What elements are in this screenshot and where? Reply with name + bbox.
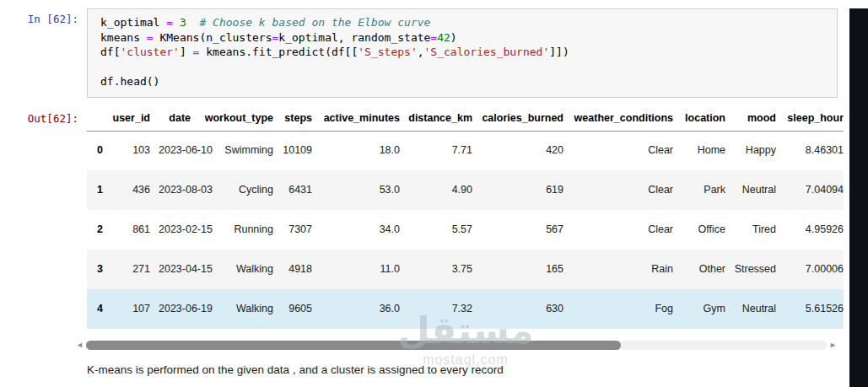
code-token bbox=[186, 16, 200, 29]
cell: 11.0 bbox=[316, 250, 404, 289]
code-token: ] bbox=[180, 46, 193, 58]
code-token bbox=[173, 16, 180, 29]
cell: 6431 bbox=[278, 170, 316, 210]
table-row: 32712023-04-15Walking491811.03.75165Rain… bbox=[87, 250, 844, 289]
column-header-active_minutes: active_minutes bbox=[316, 108, 404, 132]
window-edge-dark-strip bbox=[849, 8, 868, 387]
cell: Neutral bbox=[730, 170, 780, 210]
table-row: 41072023-06-19Walking960536.07.32630FogG… bbox=[87, 289, 844, 329]
cell: 7307 bbox=[278, 210, 316, 250]
column-header-sleep_hour: sleep_hour bbox=[780, 108, 844, 132]
code-token: 42 bbox=[437, 31, 450, 44]
cell: 2023-06-10 bbox=[154, 131, 195, 170]
column-header-weather_conditions: weather_conditions bbox=[568, 108, 677, 132]
column-header-index bbox=[87, 108, 107, 132]
code-token: kmeans bbox=[100, 31, 147, 44]
code-line: df.head() bbox=[100, 74, 830, 89]
column-header-mood: mood bbox=[730, 108, 780, 132]
cell: 7.32 bbox=[404, 289, 477, 329]
code-block[interactable]: k_optimal = 3 # Choose k based on the El… bbox=[100, 15, 830, 89]
cell: 8.46301 bbox=[780, 131, 844, 170]
cell: Gym bbox=[677, 289, 730, 329]
table-row: 14362023-08-03Cycling643153.04.90619Clea… bbox=[87, 170, 844, 210]
cell: 3.75 bbox=[404, 250, 477, 289]
scroll-left-arrow-icon[interactable]: ◄ bbox=[76, 340, 84, 351]
code-token: = bbox=[147, 31, 154, 44]
cell: 103 bbox=[107, 131, 154, 170]
column-header-workout_type: workout_type bbox=[195, 108, 278, 132]
cell: Stressed bbox=[730, 250, 780, 289]
code-token: 'cluster' bbox=[120, 46, 179, 58]
horizontal-scrollbar[interactable]: ◄ ► bbox=[76, 340, 868, 351]
cell: 10109 bbox=[278, 131, 316, 170]
cell: 2023-06-19 bbox=[154, 289, 195, 329]
cell: 5.57 bbox=[404, 210, 477, 250]
code-token: kmeans.fit_predict(df[[ bbox=[199, 46, 358, 58]
code-token: , bbox=[418, 46, 424, 58]
cell: 2023-08-03 bbox=[154, 170, 195, 210]
code-line bbox=[100, 60, 830, 75]
cell: Tired bbox=[730, 210, 780, 250]
column-header-distance_km: distance_km bbox=[404, 108, 477, 132]
row-index: 3 bbox=[87, 250, 107, 289]
code-token: k_optimal bbox=[100, 16, 166, 29]
cell: 107 bbox=[107, 289, 154, 329]
cell: Rain bbox=[568, 250, 677, 289]
code-token: = bbox=[430, 31, 437, 44]
code-token: k_optimal, random_state bbox=[278, 31, 430, 44]
code-token: 'S_steps' bbox=[358, 46, 417, 58]
cell: 271 bbox=[107, 250, 154, 289]
cell: 2023-02-15 bbox=[154, 210, 195, 250]
cell: 630 bbox=[477, 289, 568, 329]
header-row: user_iddateworkout_typestepsactive_minut… bbox=[87, 108, 844, 132]
scrollbar-track[interactable] bbox=[86, 341, 827, 350]
code-token: KMeans(n_clusters bbox=[154, 31, 272, 44]
column-header-steps: steps bbox=[278, 108, 316, 132]
code-editor[interactable]: k_optimal = 3 # Choose k based on the El… bbox=[87, 8, 838, 98]
cell: Park bbox=[677, 170, 730, 210]
cell: Office bbox=[677, 210, 730, 250]
cell: 420 bbox=[477, 131, 568, 170]
code-line: df['cluster'] = kmeans.fit_predict(df[['… bbox=[100, 45, 830, 60]
scroll-right-arrow-icon[interactable]: ► bbox=[829, 340, 837, 351]
code-token: 'S_calories_burned' bbox=[424, 46, 550, 58]
cell: Clear bbox=[568, 210, 677, 250]
table-row: 28612023-02-15Running730734.05.57567Clea… bbox=[87, 210, 844, 250]
cell: 4.90 bbox=[404, 170, 477, 210]
code-token: df.head() bbox=[100, 75, 159, 88]
row-index: 4 bbox=[87, 289, 107, 329]
cell: 5.61526 bbox=[780, 289, 844, 329]
code-token: # Choose k based on the Elbow curve bbox=[199, 16, 430, 29]
code-token: df[ bbox=[100, 46, 120, 58]
cell: 567 bbox=[477, 210, 568, 250]
cell: Other bbox=[677, 250, 730, 289]
cell: 7.04094 bbox=[780, 170, 844, 210]
dataframe-table: user_iddateworkout_typestepsactive_minut… bbox=[87, 108, 844, 330]
cell: 436 bbox=[107, 170, 154, 210]
cell: Home bbox=[677, 131, 730, 170]
cell: 2023-04-15 bbox=[154, 250, 195, 289]
cell: 4918 bbox=[278, 250, 316, 289]
cell: 7.00006 bbox=[780, 250, 844, 289]
column-header-location: location bbox=[677, 108, 730, 132]
column-header-calories_burned: calories_burned bbox=[477, 108, 568, 132]
code-token: ]]) bbox=[549, 46, 569, 58]
cell: Clear bbox=[568, 131, 677, 170]
code-token: = bbox=[166, 16, 173, 29]
table-row: 01032023-06-10Swimming1010918.07.71420Cl… bbox=[87, 131, 844, 170]
cell: 18.0 bbox=[316, 131, 404, 170]
cell: 7.71 bbox=[404, 131, 477, 170]
cell: 4.95926 bbox=[780, 210, 844, 250]
output-area: user_iddateworkout_typestepsactive_minut… bbox=[87, 108, 868, 377]
cell: 53.0 bbox=[316, 170, 404, 210]
row-index: 1 bbox=[87, 170, 107, 210]
scrollbar-thumb[interactable] bbox=[86, 341, 621, 350]
input-prompt: In [62]: bbox=[0, 8, 87, 25]
code-line: kmeans = KMeans(n_clusters=k_optimal, ra… bbox=[100, 30, 830, 46]
cell: 36.0 bbox=[316, 289, 404, 329]
markdown-caption: K-means is performed on the given data ,… bbox=[87, 363, 868, 376]
cell: 165 bbox=[477, 250, 568, 289]
column-header-date: date bbox=[154, 108, 195, 132]
cell: 34.0 bbox=[316, 210, 404, 250]
column-header-user_id: user_id bbox=[107, 108, 154, 132]
